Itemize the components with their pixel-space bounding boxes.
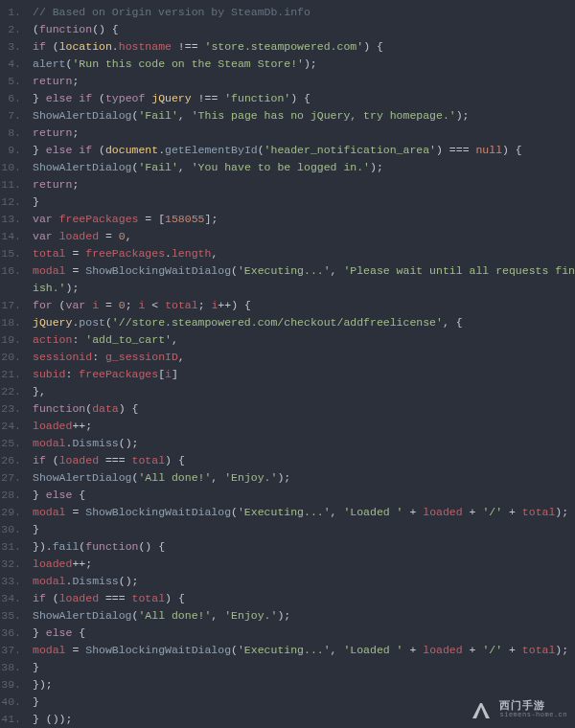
line-number: 6. xyxy=(0,90,29,107)
code-content: jQuery.post('//store.steampowered.com/ch… xyxy=(29,314,575,331)
line-number: 11. xyxy=(0,176,29,193)
code-line: 29.modal = ShowBlockingWaitDialog('Execu… xyxy=(0,504,575,521)
code-line: 24.loaded++; xyxy=(0,418,575,435)
code-line: 19.action: 'add_to_cart', xyxy=(0,331,575,349)
code-line: 22.}, xyxy=(0,383,575,400)
code-content: return; xyxy=(29,73,575,90)
code-line: 36.} else { xyxy=(0,625,575,642)
line-number: 4. xyxy=(0,56,29,73)
code-content: }).fail(function() { xyxy=(29,538,575,556)
line-number: 35. xyxy=(0,607,29,625)
line-number: 32. xyxy=(0,556,29,573)
line-number: 30. xyxy=(0,521,29,538)
code-line: 5.return; xyxy=(0,73,575,90)
code-line: 3.if (location.hostname !== 'store.steam… xyxy=(0,38,575,56)
code-line: 35.ShowAlertDialog('All done!', 'Enjoy.'… xyxy=(0,607,575,625)
code-line: 7.ShowAlertDialog('Fail', 'This page has… xyxy=(0,107,575,125)
line-number: 9. xyxy=(0,142,29,159)
line-number: 13. xyxy=(0,211,29,228)
code-content: modal.Dismiss(); xyxy=(29,435,575,452)
line-number: 28. xyxy=(0,487,29,504)
code-line: 39.}); xyxy=(0,676,575,694)
code-line: 25.modal.Dismiss(); xyxy=(0,435,575,452)
code-line: 30.} xyxy=(0,521,575,538)
code-content: total = freePackages.length, xyxy=(29,245,575,262)
code-line: 14.var loaded = 0, xyxy=(0,228,575,245)
code-content: if (loaded === total) { xyxy=(29,452,575,469)
line-number: 22. xyxy=(0,383,29,400)
code-content: function(data) { xyxy=(29,400,575,418)
code-content: sessionid: g_sessionID, xyxy=(29,349,575,366)
line-number: 41. xyxy=(0,711,29,728)
line-number: 34. xyxy=(0,590,29,607)
code-line: 27.ShowAlertDialog('All done!', 'Enjoy.'… xyxy=(0,469,575,487)
line-number: 21. xyxy=(0,366,29,383)
line-number: 3. xyxy=(0,38,29,56)
line-number: 24. xyxy=(0,418,29,435)
code-line: 8.return; xyxy=(0,125,575,142)
line-number: 31. xyxy=(0,538,29,556)
line-number: 36. xyxy=(0,625,29,642)
line-number: 26. xyxy=(0,452,29,469)
line-number: 33. xyxy=(0,573,29,590)
watermark-domain: siemens-home.cn xyxy=(499,712,567,718)
code-content: if (loaded === total) { xyxy=(29,590,575,607)
code-content: } else if (document.getElementById('head… xyxy=(29,142,575,159)
code-content: ShowAlertDialog('Fail', 'You have to be … xyxy=(29,159,575,176)
code-line: 37.modal = ShowBlockingWaitDialog('Execu… xyxy=(0,642,575,659)
line-number: 15. xyxy=(0,245,29,262)
code-content: subid: freePackages[i] xyxy=(29,366,575,383)
line-number: 7. xyxy=(0,107,29,125)
code-line: 23.function(data) { xyxy=(0,400,575,418)
code-content: if (location.hostname !== 'store.steampo… xyxy=(29,38,575,56)
code-content: }); xyxy=(29,676,575,694)
line-number: 14. xyxy=(0,228,29,245)
watermark-logo-icon xyxy=(469,697,494,722)
code-line: 31.}).fail(function() { xyxy=(0,538,575,556)
code-content: alert('Run this code on the Steam Store!… xyxy=(29,56,575,73)
code-content: (function() { xyxy=(29,21,575,38)
code-content: } xyxy=(29,521,575,538)
code-content: loaded++; xyxy=(29,418,575,435)
code-line: 33.modal.Dismiss(); xyxy=(0,573,575,590)
code-line: 18.jQuery.post('//store.steampowered.com… xyxy=(0,314,575,331)
code-line: 21.subid: freePackages[i] xyxy=(0,366,575,383)
code-content: modal.Dismiss(); xyxy=(29,573,575,590)
code-line: 38.} xyxy=(0,659,575,676)
code-line: 4.alert('Run this code on the Steam Stor… xyxy=(0,56,575,73)
code-content: return; xyxy=(29,176,575,193)
line-number: 16. xyxy=(0,262,29,297)
line-number: 27. xyxy=(0,469,29,487)
code-content: ShowAlertDialog('All done!', 'Enjoy.'); xyxy=(29,469,575,487)
line-number: 19. xyxy=(0,331,29,349)
line-number: 37. xyxy=(0,642,29,659)
code-line: 26.if (loaded === total) { xyxy=(0,452,575,469)
code-content: var freePackages = [158055]; xyxy=(29,211,575,228)
line-number: 12. xyxy=(0,193,29,211)
line-number: 23. xyxy=(0,400,29,418)
line-number: 8. xyxy=(0,125,29,142)
code-content: } xyxy=(29,193,575,211)
code-line: 6.} else if (typeof jQuery !== 'function… xyxy=(0,90,575,107)
line-number: 2. xyxy=(0,21,29,38)
code-line: 16.modal = ShowBlockingWaitDialog('Execu… xyxy=(0,262,575,297)
code-line: 2.(function() { xyxy=(0,21,575,38)
code-line: 20.sessionid: g_sessionID, xyxy=(0,349,575,366)
line-number: 1. xyxy=(0,4,29,21)
code-content: // Based on Origin version by SteamDb.in… xyxy=(29,4,575,21)
line-number: 5. xyxy=(0,73,29,90)
code-content: ShowAlertDialog('Fail', 'This page has n… xyxy=(29,107,575,125)
code-line: 12.} xyxy=(0,193,575,211)
code-content: }, xyxy=(29,383,575,400)
code-line: 34.if (loaded === total) { xyxy=(0,590,575,607)
line-number: 25. xyxy=(0,435,29,452)
code-content: modal = ShowBlockingWaitDialog('Executin… xyxy=(29,642,575,659)
code-content: modal = ShowBlockingWaitDialog('Executin… xyxy=(29,262,575,297)
line-number: 10. xyxy=(0,159,29,176)
code-content: } else if (typeof jQuery !== 'function')… xyxy=(29,90,575,107)
line-number: 18. xyxy=(0,314,29,331)
code-content: } else { xyxy=(29,625,575,642)
line-number: 17. xyxy=(0,297,29,314)
code-content: action: 'add_to_cart', xyxy=(29,331,575,349)
code-content: loaded++; xyxy=(29,556,575,573)
